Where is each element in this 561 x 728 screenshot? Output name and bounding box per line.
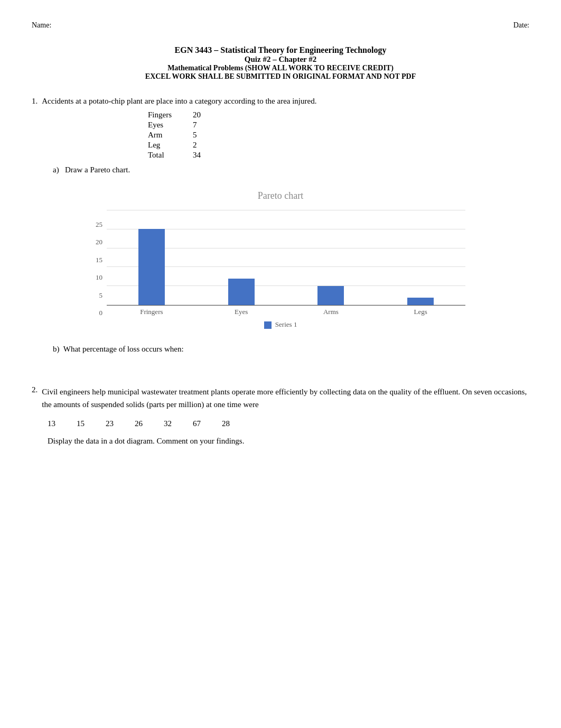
- data-value: 28: [222, 419, 230, 428]
- table-row: Eyes7: [137, 120, 211, 130]
- data-value: 13: [48, 419, 55, 428]
- table-row: Fingers20: [137, 110, 211, 120]
- series-legend: Series 1: [96, 320, 465, 329]
- y-axis: 2520151050: [96, 221, 102, 316]
- data-value: 23: [106, 419, 114, 428]
- count-cell: 7: [182, 120, 211, 130]
- question-1: 1. Accidents at a potato-chip plant are …: [32, 97, 529, 174]
- category-cell: Total: [137, 150, 182, 160]
- data-value: 26: [135, 419, 143, 428]
- y-axis-label: 15: [96, 256, 102, 263]
- y-axis-label: 10: [96, 274, 102, 281]
- quiz-title: Quiz #2 – Chapter #2: [32, 55, 529, 64]
- x-axis-label: Arms: [286, 308, 376, 316]
- series-color-box: [264, 321, 272, 329]
- q1-part-a-text: Draw a Pareto chart.: [65, 165, 130, 174]
- q2-data-row: 13152326326728: [48, 419, 529, 428]
- chart-area: 2520151050 FringersEyesArmsLegs: [96, 210, 465, 316]
- data-value: 15: [77, 419, 85, 428]
- header: Name: Date:: [32, 21, 529, 30]
- x-axis-label: Fringers: [107, 308, 197, 316]
- q1-stem: 1. Accidents at a potato-chip plant are …: [32, 97, 529, 106]
- table-row: Total34: [137, 150, 211, 160]
- series-label: Series 1: [275, 320, 297, 328]
- data-value: 32: [164, 419, 172, 428]
- bar-group: [107, 210, 197, 305]
- problems-instruction: Mathematical Problems (SHOW ALL WORK TO …: [32, 64, 529, 72]
- y-axis-label: 20: [96, 238, 102, 245]
- chart-title: Pareto chart: [96, 190, 465, 201]
- title-block: EGN 3443 – Statistical Theory for Engine…: [32, 45, 529, 81]
- x-axis-line: [107, 305, 465, 306]
- y-axis-label: 5: [99, 292, 103, 299]
- pareto-chart: Pareto chart 2520151050 FringersEyesArms…: [96, 190, 465, 329]
- bar-group: [376, 210, 465, 305]
- q1-part-a: a) Draw a Pareto chart.: [53, 165, 529, 174]
- count-cell: 5: [182, 130, 211, 140]
- question-2: 2. Civil engineers help municipal wastew…: [32, 385, 529, 446]
- y-axis-label: 0: [99, 309, 103, 316]
- category-cell: Eyes: [137, 120, 182, 130]
- q1-text: Accidents at a potato-chip plant are pla…: [42, 97, 316, 106]
- q2-instruction: Display the data in a dot diagram. Comme…: [48, 437, 529, 446]
- excel-instruction: EXCEL WORK SHALL BE SUBMITTED IN ORIGINA…: [32, 72, 529, 81]
- bar: [228, 279, 255, 305]
- date-label: Date:: [513, 21, 529, 30]
- bar: [317, 286, 344, 305]
- course-title: EGN 3443 – Statistical Theory for Engine…: [32, 45, 529, 55]
- bar: [138, 229, 165, 305]
- q2-stem: 2. Civil engineers help municipal wastew…: [32, 385, 529, 419]
- category-cell: Fingers: [137, 110, 182, 120]
- y-axis-label: 25: [96, 221, 102, 228]
- x-axis-label: Eyes: [197, 308, 286, 316]
- bar: [407, 298, 434, 305]
- q1-part-b: b) What percentage of loss occurs when:: [53, 345, 529, 354]
- x-labels: FringersEyesArmsLegs: [107, 308, 465, 316]
- q2-text: Civil engineers help municipal wastewate…: [42, 385, 529, 411]
- table-row: Arm5: [137, 130, 211, 140]
- q1-data-table: Fingers20Eyes7Arm5Leg2Total34: [137, 110, 529, 160]
- bar-group: [286, 210, 376, 305]
- q1-part-b-text: What percentage of loss occurs when:: [63, 345, 184, 353]
- category-cell: Leg: [137, 140, 182, 150]
- bars-row: [107, 210, 465, 305]
- data-value: 67: [193, 419, 201, 428]
- name-label: Name:: [32, 21, 51, 30]
- count-cell: 20: [182, 110, 211, 120]
- category-cell: Arm: [137, 130, 182, 140]
- bar-group: [197, 210, 286, 305]
- q1-number: 1.: [32, 97, 38, 106]
- q2-number: 2.: [32, 385, 38, 419]
- x-axis-label: Legs: [376, 308, 465, 316]
- count-cell: 34: [182, 150, 211, 160]
- table-row: Leg2: [137, 140, 211, 150]
- bars-wrapper: FringersEyesArmsLegs: [107, 210, 465, 316]
- count-cell: 2: [182, 140, 211, 150]
